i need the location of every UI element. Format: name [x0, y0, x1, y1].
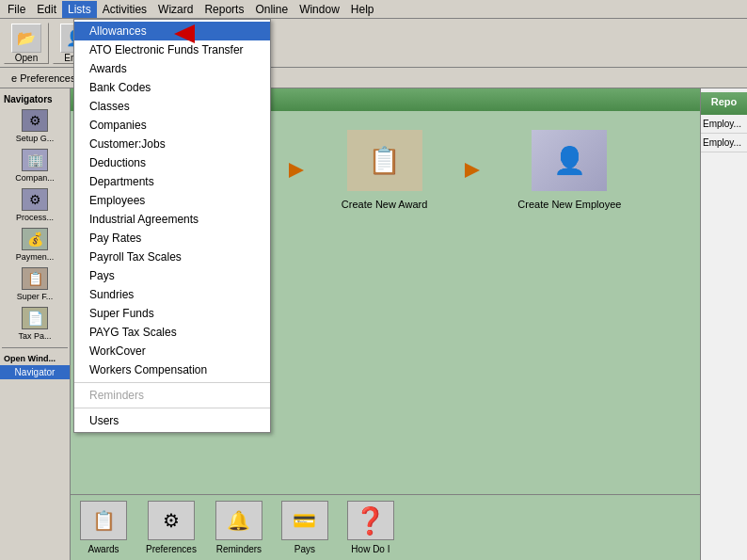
menu-edit[interactable]: Edit — [31, 1, 62, 18]
bottom-preferences[interactable]: ⚙ Preferences — [146, 501, 197, 554]
open-label: Open — [15, 53, 38, 63]
sidebar-item-super-label: Super F... — [17, 292, 54, 301]
menu-help[interactable]: Help — [345, 1, 380, 18]
bottom-pays[interactable]: 💳 Pays — [281, 501, 328, 554]
nav-item-employee-label: Create New Employee — [517, 199, 621, 210]
bottom-how-icon: ❓ — [347, 501, 394, 540]
lists-dropdown-menu: Allowances ATO Electronic Funds Transfer… — [73, 19, 271, 433]
sidebar-item-payment-label: Paymen... — [16, 252, 55, 262]
dropdown-bank-codes[interactable]: Bank Codes — [74, 78, 270, 97]
sidebar-item-super[interactable]: 📋 Super F... — [0, 264, 70, 304]
dropdown-workers-compensation[interactable]: Workers Compensation — [74, 360, 270, 379]
bottom-awards-label: Awards — [87, 544, 119, 554]
menu-window[interactable]: Window — [294, 1, 345, 18]
dropdown-deductions[interactable]: Deductions — [74, 153, 270, 172]
menubar: File Edit Lists Activities Wizard Report… — [0, 0, 747, 19]
menu-online[interactable]: Online — [249, 1, 294, 18]
dropdown-sundries[interactable]: Sundries — [74, 285, 270, 304]
arrow-right-1 — [289, 163, 304, 178]
bottom-awards-icon: 📋 — [80, 501, 127, 540]
dropdown-industrial-agreements[interactable]: Industrial Agreements — [74, 210, 270, 229]
right-panel-item-1[interactable]: Employ... — [701, 115, 747, 134]
sidebar-item-payment[interactable]: 💰 Paymen... — [0, 225, 70, 264]
bottom-reminders-icon: 🔔 — [215, 501, 262, 540]
menu-reports[interactable]: Reports — [199, 1, 249, 18]
employee-nav-icon: 👤 — [532, 130, 607, 191]
dropdown-payroll-tax-scales[interactable]: Payroll Tax Scales — [74, 248, 270, 266]
dropdown-users[interactable]: Users — [74, 411, 270, 430]
bottom-reminders-label: Reminders — [216, 544, 262, 554]
dropdown-pay-rates[interactable]: Pay Rates — [74, 229, 270, 248]
navigator-label[interactable]: Navigator — [0, 365, 70, 379]
sidebar-item-company-label: Compan... — [15, 173, 55, 183]
bottom-reminders[interactable]: 🔔 Reminders — [215, 501, 262, 554]
red-arrow-shape — [174, 24, 195, 43]
red-arrow-indicator — [174, 24, 195, 43]
bottom-icons-row: 📋 Awards ⚙ Preferences 🔔 Reminders 💳 Pay… — [71, 494, 700, 560]
award-nav-icon: 📋 — [347, 130, 422, 191]
setup-icon: ⚙ — [22, 109, 48, 132]
sidebar-divider — [2, 347, 68, 348]
dropdown-customer-jobs[interactable]: Customer:Jobs — [74, 135, 270, 153]
dropdown-payg-tax-scales[interactable]: PAYG Tax Scales — [74, 323, 270, 342]
nav-item-award-label: Create New Award — [342, 199, 428, 210]
dropdown-workcover[interactable]: WorkCover — [74, 342, 270, 360]
dropdown-super-funds[interactable]: Super Funds — [74, 304, 270, 323]
sidebar-item-tax-label: Tax Pa... — [18, 331, 51, 341]
bottom-preferences-icon: ⚙ — [148, 501, 195, 540]
menu-lists[interactable]: Lists — [62, 1, 97, 18]
bottom-pays-label: Pays — [294, 544, 315, 554]
dropdown-ato[interactable]: ATO Electronic Funds Transfer — [74, 40, 270, 59]
dropdown-sep2 — [74, 408, 270, 408]
right-panel: Repo Employ... Employ... — [700, 88, 747, 560]
sidebar-title: Navigators — [0, 92, 70, 106]
sidebar: Navigators ⚙ Setup G... 🏢 Compan... ⚙ Pr… — [0, 88, 71, 560]
right-panel-item-2[interactable]: Employ... — [701, 134, 747, 152]
dropdown-reminders[interactable]: Reminders — [74, 386, 270, 405]
process-icon: ⚙ — [22, 188, 48, 211]
open-windows-label: Open Wind... — [0, 352, 70, 365]
right-panel-header: Repo — [701, 92, 747, 115]
sidebar-item-setup[interactable]: ⚙ Setup G... — [0, 106, 70, 146]
nav-item-employee[interactable]: 👤 Create New Employee — [517, 130, 621, 210]
dropdown-allowances[interactable]: Allowances — [74, 22, 270, 40]
dropdown-pays[interactable]: Pays — [74, 266, 270, 285]
menu-wizard[interactable]: Wizard — [152, 1, 199, 18]
dropdown-awards[interactable]: Awards — [74, 59, 270, 78]
dropdown-companies[interactable]: Companies — [74, 116, 270, 135]
dropdown-sep1 — [74, 382, 270, 383]
tax-icon: 📄 — [22, 307, 48, 329]
payment-icon: 💰 — [22, 228, 48, 250]
bottom-how[interactable]: ❓ How Do I — [347, 501, 394, 554]
open-icon: 📂 — [11, 24, 41, 53]
menu-activities[interactable]: Activities — [97, 1, 152, 18]
sidebar-item-tax[interactable]: 📄 Tax Pa... — [0, 304, 70, 344]
arrow-right-2 — [465, 163, 480, 178]
sidebar-item-process-label: Process... — [16, 213, 54, 222]
dropdown-departments[interactable]: Departments — [74, 172, 270, 191]
super-icon: 📋 — [22, 267, 48, 290]
bottom-preferences-label: Preferences — [146, 544, 197, 554]
nav-item-award[interactable]: 📋 Create New Award — [342, 130, 428, 210]
dropdown-employees[interactable]: Employees — [74, 191, 270, 210]
menu-file[interactable]: File — [2, 1, 31, 18]
company-icon: 🏢 — [22, 149, 48, 171]
sidebar-item-process[interactable]: ⚙ Process... — [0, 185, 70, 225]
dropdown-classes[interactable]: Classes — [74, 97, 270, 116]
bottom-awards[interactable]: 📋 Awards — [80, 501, 127, 554]
bottom-how-label: How Do I — [351, 544, 389, 554]
open-button[interactable]: 📂 Open — [4, 23, 49, 64]
sidebar-item-setup-label: Setup G... — [16, 134, 55, 143]
sidebar-item-company[interactable]: 🏢 Compan... — [0, 146, 70, 185]
bottom-pays-icon: 💳 — [281, 501, 328, 540]
